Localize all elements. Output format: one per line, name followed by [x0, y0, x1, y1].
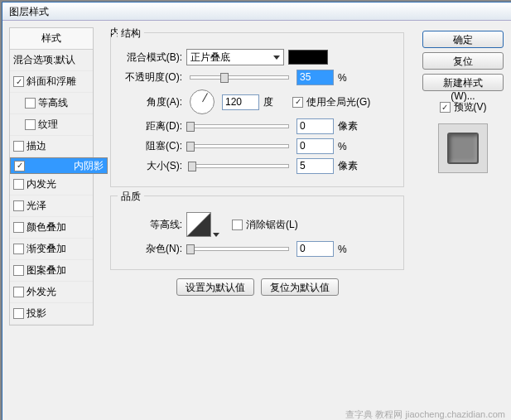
angle-unit: 度 [263, 95, 288, 109]
contour-label: 等高线: [119, 218, 182, 232]
styles-list: 样式 混合选项:默认 斜面和浮雕等高线纹理描边内阴影内发光光泽颜色叠加渐变叠加图… [9, 27, 94, 326]
style-item-label: 纹理 [38, 118, 58, 132]
checkbox-icon [13, 244, 24, 254]
restore-default-button[interactable]: 复位为默认值 [261, 278, 339, 296]
style-item-9[interactable]: 图案叠加 [10, 260, 93, 282]
opacity-input[interactable]: 35 [296, 70, 334, 85]
settings-panel: 内阴影 结构 混合模式(B): 正片叠底 不透明度(O): [99, 27, 416, 326]
angle-dial[interactable] [190, 89, 215, 114]
layer-style-dialog: 图层样式 样式 混合选项:默认 斜面和浮雕等高线纹理描边内阴影内发光光泽颜色叠加… [2, 2, 511, 420]
chevron-down-icon [213, 233, 219, 237]
checkbox-icon [25, 98, 36, 109]
style-item-label: 颜色叠加 [27, 220, 66, 234]
distance-label: 距离(D): [119, 119, 182, 133]
size-unit: 像素 [338, 159, 363, 173]
style-item-label: 等高线 [38, 96, 68, 110]
checkbox-icon [13, 179, 24, 190]
noise-label: 杂色(N): [119, 242, 182, 256]
size-label: 大小(S): [119, 159, 182, 173]
preview-thumb [447, 133, 479, 164]
distance-unit: 像素 [338, 119, 363, 133]
style-item-label: 描边 [27, 139, 46, 153]
style-item-2[interactable]: 纹理 [10, 114, 93, 136]
checkbox-icon [13, 76, 24, 87]
set-default-button[interactable]: 设置为默认值 [176, 278, 254, 296]
style-item-0[interactable]: 斜面和浮雕 [10, 71, 93, 93]
noise-slider[interactable] [190, 247, 289, 251]
style-item-label: 斜面和浮雕 [27, 75, 76, 89]
style-item-11[interactable]: 投影 [10, 303, 93, 325]
angle-input[interactable]: 120 [222, 94, 259, 110]
dialog-buttons: 确定 复位 新建样式(W)... 预览(V) [421, 27, 505, 326]
title-bar[interactable]: 图层样式 [2, 2, 511, 21]
style-item-label: 内发光 [27, 177, 56, 191]
preview-checkbox[interactable]: 预览(V) [440, 100, 487, 114]
window-title: 图层样式 [9, 6, 49, 17]
opacity-unit: % [338, 72, 363, 84]
global-light-checkbox[interactable]: 使用全局光(G) [292, 95, 370, 109]
global-light-label: 使用全局光(G) [306, 95, 370, 109]
chevron-down-icon [273, 56, 280, 60]
checkbox-icon [13, 265, 24, 276]
opacity-label: 不透明度(O): [119, 70, 182, 84]
ok-button[interactable]: 确定 [422, 31, 504, 48]
style-item-label: 渐变叠加 [27, 242, 66, 256]
preview-swatch [438, 123, 488, 173]
styles-header: 样式 [10, 28, 93, 50]
blend-options-item[interactable]: 混合选项:默认 [10, 50, 93, 71]
style-item-label: 光泽 [27, 199, 46, 213]
preview-label: 预览(V) [454, 100, 487, 114]
style-item-7[interactable]: 颜色叠加 [10, 217, 93, 239]
structure-group: 结构 混合模式(B): 正片叠底 不透明度(O): 35 % [110, 32, 404, 187]
blend-options-label: 混合选项:默认 [13, 53, 75, 67]
style-item-1[interactable]: 等高线 [10, 93, 93, 114]
choke-slider[interactable] [190, 144, 289, 148]
antialias-label: 消除锯齿(L) [246, 218, 298, 232]
opacity-slider[interactable] [190, 75, 289, 80]
distance-input[interactable]: 0 [296, 118, 334, 134]
contour-icon [186, 212, 211, 237]
choke-label: 阻塞(C): [119, 139, 182, 153]
new-style-button[interactable]: 新建样式(W)... [422, 74, 504, 91]
angle-label: 角度(A): [119, 95, 182, 109]
style-item-6[interactable]: 光泽 [10, 196, 93, 217]
style-item-8[interactable]: 渐变叠加 [10, 239, 93, 260]
style-item-5[interactable]: 内发光 [10, 174, 93, 196]
noise-input[interactable]: 0 [296, 241, 334, 257]
style-item-label: 图案叠加 [27, 263, 66, 278]
blend-mode-label: 混合模式(B): [119, 51, 182, 65]
checkbox-icon [25, 119, 36, 130]
checkbox-icon [13, 308, 24, 319]
watermark: 查字典 教程网 jiaocheng.chazidian.com [345, 408, 505, 420]
checkbox-icon [13, 141, 24, 152]
choke-input[interactable]: 0 [296, 138, 334, 154]
checkbox-icon [14, 161, 25, 171]
style-item-label: 投影 [27, 307, 46, 321]
checkbox-icon [292, 97, 303, 108]
checkbox-icon [13, 200, 24, 211]
structure-title: 结构 [118, 27, 144, 41]
antialias-checkbox[interactable]: 消除锯齿(L) [232, 218, 298, 232]
quality-title: 品质 [118, 190, 144, 204]
style-item-label: 外发光 [27, 285, 56, 299]
style-item-10[interactable]: 外发光 [10, 282, 93, 303]
checkbox-icon [440, 102, 451, 113]
choke-unit: % [338, 141, 363, 152]
contour-picker[interactable] [186, 212, 219, 237]
cancel-button[interactable]: 复位 [422, 52, 504, 70]
distance-slider[interactable] [190, 124, 289, 128]
noise-unit: % [338, 244, 363, 255]
size-slider[interactable] [190, 164, 289, 168]
size-input[interactable]: 5 [296, 158, 334, 174]
blend-mode-select[interactable]: 正片叠底 [186, 49, 284, 65]
style-item-4[interactable]: 内阴影 [10, 157, 108, 174]
color-swatch[interactable] [288, 50, 328, 65]
quality-group: 品质 等高线: 消除锯齿(L) 杂色(N): [110, 196, 404, 270]
checkbox-icon [13, 222, 24, 233]
style-item-3[interactable]: 描边 [10, 136, 93, 157]
checkbox-icon [232, 220, 243, 230]
checkbox-icon [13, 287, 24, 297]
